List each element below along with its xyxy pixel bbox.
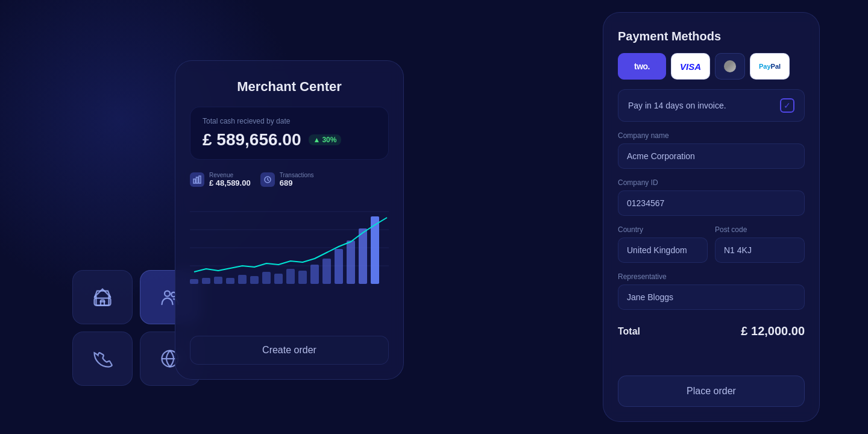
inbox-card[interactable] bbox=[72, 270, 133, 324]
cash-badge: ▲ 30% bbox=[309, 134, 342, 145]
company-name-label: Company name bbox=[618, 131, 805, 140]
postcode-input[interactable] bbox=[715, 237, 805, 263]
stats-row: Revenue £ 48,589.00 Transactions 689 bbox=[190, 172, 389, 187]
svg-rect-20 bbox=[286, 269, 295, 284]
company-name-input[interactable] bbox=[618, 143, 805, 169]
representative-group: Representative bbox=[618, 272, 805, 310]
svg-rect-25 bbox=[347, 241, 355, 284]
visa-payment-button[interactable]: VISA bbox=[671, 53, 710, 80]
svg-rect-21 bbox=[298, 271, 307, 284]
revenue-icon bbox=[190, 172, 204, 187]
transactions-value: 689 bbox=[280, 178, 314, 187]
company-id-input[interactable] bbox=[618, 190, 805, 216]
company-name-group: Company name bbox=[618, 131, 805, 169]
country-label: Country bbox=[618, 225, 708, 234]
postcode-label: Post code bbox=[715, 225, 805, 234]
cash-amount: £ 589,656.00 ▲ 30% bbox=[203, 130, 376, 149]
check-icon[interactable]: ✓ bbox=[780, 98, 794, 113]
transactions-label: Transactions bbox=[280, 172, 314, 178]
representative-label: Representative bbox=[618, 272, 805, 281]
payment-title: Payment Methods bbox=[618, 30, 805, 43]
invoice-text: Pay in 14 days on invoice. bbox=[628, 101, 726, 110]
revenue-stat: Revenue £ 48,589.00 bbox=[190, 172, 251, 187]
total-row: Total £ 12,000.00 bbox=[618, 319, 805, 343]
revenue-label: Revenue bbox=[209, 172, 251, 178]
payment-card: Payment Methods two. VISA PayPal Pay in … bbox=[603, 12, 820, 422]
svg-rect-14 bbox=[214, 277, 222, 284]
country-group: Country bbox=[618, 225, 708, 263]
svg-rect-16 bbox=[238, 275, 247, 284]
circle-payment-button[interactable] bbox=[715, 53, 745, 80]
phone-icon bbox=[92, 348, 113, 370]
representative-input[interactable] bbox=[618, 285, 805, 310]
paypal-payment-button[interactable]: PayPal bbox=[750, 53, 790, 80]
postcode-group: Post code bbox=[715, 225, 805, 263]
merchant-title: Merchant Center bbox=[190, 79, 389, 95]
svg-rect-22 bbox=[310, 265, 319, 284]
svg-rect-5 bbox=[197, 177, 198, 183]
svg-rect-13 bbox=[202, 278, 210, 284]
transactions-icon bbox=[260, 172, 275, 187]
country-input[interactable] bbox=[618, 237, 708, 263]
two-payment-button[interactable]: two. bbox=[618, 53, 666, 80]
inbox-icon bbox=[92, 286, 113, 308]
invoice-row: Pay in 14 days on invoice. ✓ bbox=[618, 89, 805, 122]
payment-methods-row: two. VISA PayPal bbox=[618, 53, 805, 80]
place-order-button[interactable]: Place order bbox=[618, 376, 805, 407]
chart-svg bbox=[190, 200, 389, 284]
total-amount: £ 12,000.00 bbox=[741, 324, 805, 338]
svg-rect-23 bbox=[322, 259, 331, 284]
svg-rect-6 bbox=[199, 176, 201, 183]
svg-rect-18 bbox=[262, 272, 271, 284]
cash-label: Total cash recieved by date bbox=[203, 117, 376, 125]
total-label: Total bbox=[618, 326, 640, 337]
cash-box: Total cash recieved by date £ 589,656.00… bbox=[190, 107, 389, 160]
country-postcode-row: Country Post code bbox=[618, 225, 805, 263]
transactions-stat: Transactions 689 bbox=[260, 172, 314, 187]
chart-area bbox=[190, 200, 389, 324]
svg-rect-19 bbox=[274, 274, 283, 284]
company-id-label: Company ID bbox=[618, 178, 805, 187]
company-id-group: Company ID bbox=[618, 178, 805, 216]
svg-rect-12 bbox=[190, 279, 198, 284]
svg-rect-17 bbox=[250, 276, 259, 284]
revenue-value: £ 48,589.00 bbox=[209, 178, 251, 187]
svg-rect-4 bbox=[193, 179, 195, 183]
circle-icon bbox=[724, 60, 736, 72]
create-order-button[interactable]: Create order bbox=[190, 336, 389, 365]
svg-point-1 bbox=[165, 291, 170, 297]
svg-rect-15 bbox=[226, 278, 234, 284]
svg-rect-24 bbox=[335, 249, 343, 284]
merchant-card: Merchant Center Total cash recieved by d… bbox=[175, 60, 404, 380]
phone-card[interactable] bbox=[72, 332, 133, 386]
svg-rect-26 bbox=[359, 228, 367, 284]
